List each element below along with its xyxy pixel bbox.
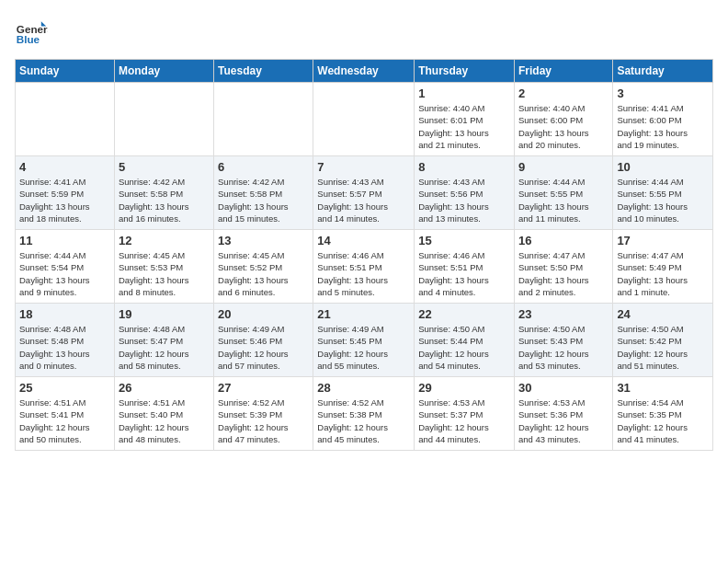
calendar-cell: 14Sunrise: 4:46 AMSunset: 5:51 PMDayligh…	[313, 230, 415, 304]
calendar-cell	[313, 83, 415, 156]
calendar-cell	[114, 83, 213, 156]
day-number: 6	[218, 160, 309, 174]
svg-text:Blue: Blue	[17, 33, 40, 45]
calendar-header: SundayMondayTuesdayWednesdayThursdayFrid…	[16, 60, 713, 83]
calendar-cell: 12Sunrise: 4:45 AMSunset: 5:53 PMDayligh…	[114, 230, 213, 304]
day-info: Sunrise: 4:51 AMSunset: 5:40 PMDaylight:…	[119, 396, 210, 445]
day-number: 13	[218, 234, 309, 247]
logo-icon: General Blue	[15, 15, 48, 48]
day-number: 1	[418, 86, 510, 100]
day-info: Sunrise: 4:49 AMSunset: 5:45 PMDaylight:…	[317, 323, 410, 372]
day-info: Sunrise: 4:44 AMSunset: 5:54 PMDaylight:…	[19, 249, 110, 298]
week-row-3: 11Sunrise: 4:44 AMSunset: 5:54 PMDayligh…	[16, 230, 713, 304]
day-number: 7	[317, 160, 410, 174]
calendar-cell: 4Sunrise: 4:41 AMSunset: 5:59 PMDaylight…	[16, 156, 115, 230]
calendar-cell: 29Sunrise: 4:53 AMSunset: 5:37 PMDayligh…	[415, 377, 515, 451]
day-info: Sunrise: 4:41 AMSunset: 6:00 PMDaylight:…	[617, 102, 709, 151]
logo: General Blue	[15, 15, 51, 48]
day-number: 11	[19, 234, 110, 247]
day-number: 4	[19, 160, 110, 174]
day-header-saturday: Saturday	[613, 60, 713, 83]
day-number: 20	[218, 307, 309, 321]
day-number: 22	[418, 307, 510, 321]
week-row-2: 4Sunrise: 4:41 AMSunset: 5:59 PMDaylight…	[16, 156, 713, 230]
calendar-cell: 16Sunrise: 4:47 AMSunset: 5:50 PMDayligh…	[514, 230, 612, 304]
calendar-cell: 25Sunrise: 4:51 AMSunset: 5:41 PMDayligh…	[16, 377, 115, 451]
day-info: Sunrise: 4:52 AMSunset: 5:38 PMDaylight:…	[317, 396, 410, 445]
day-info: Sunrise: 4:42 AMSunset: 5:58 PMDaylight:…	[119, 176, 210, 224]
day-number: 29	[418, 381, 510, 395]
calendar-cell: 20Sunrise: 4:49 AMSunset: 5:46 PMDayligh…	[214, 304, 313, 377]
calendar-cell	[16, 83, 115, 156]
calendar-cell: 11Sunrise: 4:44 AMSunset: 5:54 PMDayligh…	[16, 230, 115, 304]
calendar-cell: 22Sunrise: 4:50 AMSunset: 5:44 PMDayligh…	[415, 304, 515, 377]
day-number: 14	[317, 234, 410, 247]
calendar-cell: 7Sunrise: 4:43 AMSunset: 5:57 PMDaylight…	[313, 156, 415, 230]
calendar-cell: 17Sunrise: 4:47 AMSunset: 5:49 PMDayligh…	[613, 230, 713, 304]
day-number: 19	[119, 307, 210, 321]
header-row: SundayMondayTuesdayWednesdayThursdayFrid…	[16, 60, 713, 83]
calendar-cell: 8Sunrise: 4:43 AMSunset: 5:56 PMDaylight…	[415, 156, 515, 230]
calendar-cell: 28Sunrise: 4:52 AMSunset: 5:38 PMDayligh…	[313, 377, 415, 451]
calendar-cell: 6Sunrise: 4:42 AMSunset: 5:58 PMDaylight…	[214, 156, 313, 230]
day-number: 17	[617, 234, 709, 247]
day-number: 10	[617, 160, 709, 174]
calendar-cell: 30Sunrise: 4:53 AMSunset: 5:36 PMDayligh…	[514, 377, 612, 451]
day-info: Sunrise: 4:51 AMSunset: 5:41 PMDaylight:…	[19, 396, 110, 445]
day-info: Sunrise: 4:54 AMSunset: 5:35 PMDaylight:…	[617, 396, 709, 445]
page-header: General Blue	[15, 15, 713, 48]
day-info: Sunrise: 4:47 AMSunset: 5:50 PMDaylight:…	[518, 249, 609, 298]
calendar-cell: 19Sunrise: 4:48 AMSunset: 5:47 PMDayligh…	[114, 304, 213, 377]
day-number: 30	[518, 381, 609, 395]
calendar-cell: 24Sunrise: 4:50 AMSunset: 5:42 PMDayligh…	[613, 304, 713, 377]
calendar-cell: 26Sunrise: 4:51 AMSunset: 5:40 PMDayligh…	[114, 377, 213, 451]
week-row-5: 25Sunrise: 4:51 AMSunset: 5:41 PMDayligh…	[16, 377, 713, 451]
calendar-body: 1Sunrise: 4:40 AMSunset: 6:01 PMDaylight…	[16, 83, 713, 451]
day-number: 31	[617, 381, 709, 395]
day-header-thursday: Thursday	[415, 60, 515, 83]
calendar-cell: 31Sunrise: 4:54 AMSunset: 5:35 PMDayligh…	[613, 377, 713, 451]
calendar-table: SundayMondayTuesdayWednesdayThursdayFrid…	[15, 59, 713, 451]
day-info: Sunrise: 4:47 AMSunset: 5:49 PMDaylight:…	[617, 249, 709, 298]
day-header-monday: Monday	[114, 60, 213, 83]
day-number: 27	[218, 381, 309, 395]
day-info: Sunrise: 4:48 AMSunset: 5:47 PMDaylight:…	[119, 323, 210, 372]
day-info: Sunrise: 4:45 AMSunset: 5:52 PMDaylight:…	[218, 249, 309, 298]
day-info: Sunrise: 4:44 AMSunset: 5:55 PMDaylight:…	[518, 176, 609, 224]
day-number: 8	[418, 160, 510, 174]
day-number: 9	[518, 160, 609, 174]
calendar-cell: 15Sunrise: 4:46 AMSunset: 5:51 PMDayligh…	[415, 230, 515, 304]
day-header-sunday: Sunday	[16, 60, 115, 83]
day-info: Sunrise: 4:53 AMSunset: 5:36 PMDaylight:…	[518, 396, 609, 445]
day-number: 5	[119, 160, 210, 174]
day-number: 26	[119, 381, 210, 395]
day-header-wednesday: Wednesday	[313, 60, 415, 83]
day-info: Sunrise: 4:53 AMSunset: 5:37 PMDaylight:…	[418, 396, 510, 445]
day-header-friday: Friday	[514, 60, 612, 83]
day-number: 25	[19, 381, 110, 395]
day-info: Sunrise: 4:42 AMSunset: 5:58 PMDaylight:…	[218, 176, 309, 224]
calendar-cell	[214, 83, 313, 156]
day-number: 21	[317, 307, 410, 321]
day-number: 23	[518, 307, 609, 321]
day-number: 24	[617, 307, 709, 321]
day-info: Sunrise: 4:43 AMSunset: 5:56 PMDaylight:…	[418, 176, 510, 224]
calendar-cell: 23Sunrise: 4:50 AMSunset: 5:43 PMDayligh…	[514, 304, 612, 377]
day-number: 16	[518, 234, 609, 247]
calendar-cell: 5Sunrise: 4:42 AMSunset: 5:58 PMDaylight…	[114, 156, 213, 230]
day-info: Sunrise: 4:49 AMSunset: 5:46 PMDaylight:…	[218, 323, 309, 372]
day-number: 28	[317, 381, 410, 395]
day-info: Sunrise: 4:46 AMSunset: 5:51 PMDaylight:…	[317, 249, 410, 298]
day-info: Sunrise: 4:50 AMSunset: 5:43 PMDaylight:…	[518, 323, 609, 372]
calendar-cell: 18Sunrise: 4:48 AMSunset: 5:48 PMDayligh…	[16, 304, 115, 377]
week-row-1: 1Sunrise: 4:40 AMSunset: 6:01 PMDaylight…	[16, 83, 713, 156]
day-info: Sunrise: 4:45 AMSunset: 5:53 PMDaylight:…	[119, 249, 210, 298]
day-info: Sunrise: 4:48 AMSunset: 5:48 PMDaylight:…	[19, 323, 110, 372]
calendar-cell: 9Sunrise: 4:44 AMSunset: 5:55 PMDaylight…	[514, 156, 612, 230]
calendar-cell: 10Sunrise: 4:44 AMSunset: 5:55 PMDayligh…	[613, 156, 713, 230]
calendar-cell: 27Sunrise: 4:52 AMSunset: 5:39 PMDayligh…	[214, 377, 313, 451]
day-number: 12	[119, 234, 210, 247]
day-number: 3	[617, 86, 709, 100]
calendar-cell: 3Sunrise: 4:41 AMSunset: 6:00 PMDaylight…	[613, 83, 713, 156]
day-info: Sunrise: 4:52 AMSunset: 5:39 PMDaylight:…	[218, 396, 309, 445]
